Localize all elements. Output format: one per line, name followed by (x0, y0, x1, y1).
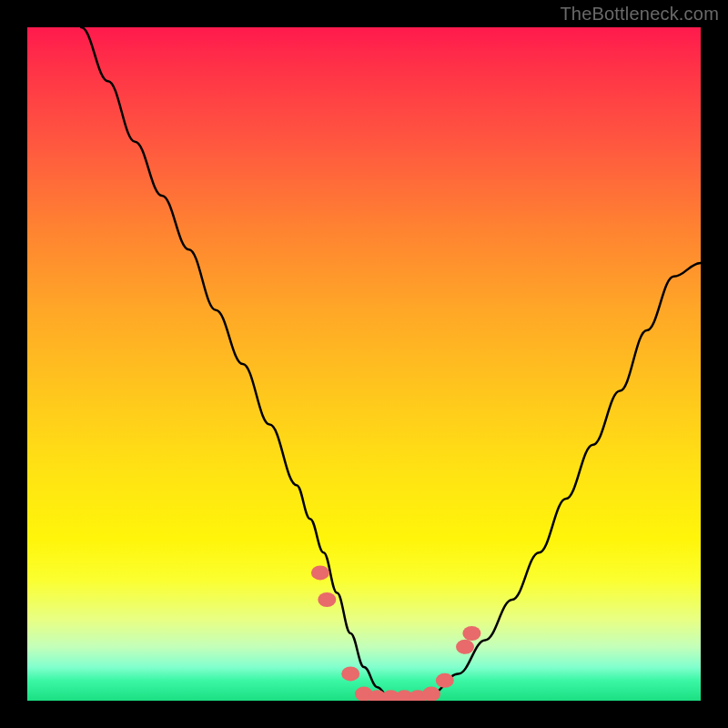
curve-markers (311, 565, 481, 701)
plot-area (27, 27, 701, 701)
curve-marker (436, 673, 454, 688)
curve-marker (422, 687, 440, 701)
curve-marker (341, 666, 359, 681)
curve-marker (462, 626, 480, 641)
chart-svg (27, 27, 701, 701)
curve-marker (456, 640, 474, 654)
curve-marker (318, 592, 336, 607)
watermark-text: TheBottleneck.com (560, 4, 719, 25)
curve-marker (311, 565, 329, 580)
chart-container: TheBottleneck.com (0, 0, 728, 728)
curve-line (81, 27, 701, 701)
